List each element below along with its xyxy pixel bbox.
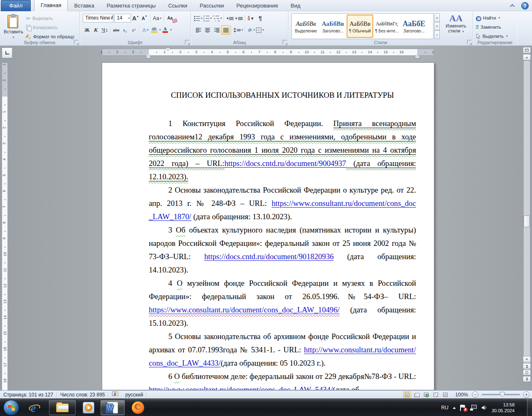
paragraph-dialog-launcher[interactable] xyxy=(283,40,287,44)
clear-formatting-button[interactable]: Аа xyxy=(165,14,174,22)
style-item-emphasis[interactable]: АаБбВвВыделение xyxy=(293,15,319,38)
scrollbar-track[interactable] xyxy=(524,61,530,371)
change-styles-button[interactable]: АА Изменить стили ▾ xyxy=(443,13,469,40)
ribbon-tab-page-layout[interactable]: Разметка страницы xyxy=(101,0,162,11)
zoom-slider[interactable] xyxy=(482,394,520,395)
ribbon-tab-references[interactable]: Ссылки xyxy=(162,0,194,11)
draft-view-button[interactable] xyxy=(441,391,449,398)
styles-scroll-down-button[interactable]: ▼ xyxy=(434,22,440,31)
select-button[interactable]: Выделить▾ xyxy=(475,32,509,41)
cut-button[interactable]: ✂ Вырезать xyxy=(25,14,76,23)
zoom-level-button[interactable]: 100% xyxy=(455,392,468,398)
ribbon-tab-review[interactable]: Рецензирование xyxy=(230,0,284,11)
show-hidden-icons-button[interactable] xyxy=(453,407,456,409)
taskbar-media-player-button[interactable] xyxy=(79,400,98,415)
font-size-combobox[interactable]: 14▾ xyxy=(114,14,131,22)
shading-button[interactable]: ▾ xyxy=(246,25,256,35)
ribbon-tab-insert[interactable]: Вставка xyxy=(68,0,100,11)
language-bar[interactable]: RU xyxy=(441,405,448,411)
borders-button[interactable]: ▾ xyxy=(256,25,265,35)
increase-indent-button[interactable] xyxy=(234,14,244,23)
minimize-ribbon-button[interactable] xyxy=(509,2,517,10)
strikethrough-button[interactable]: abe xyxy=(112,25,121,34)
full-screen-reading-button[interactable] xyxy=(413,391,421,398)
taskbar-firefox-button[interactable] xyxy=(127,400,149,415)
start-button[interactable] xyxy=(3,400,19,416)
horizontal-ruler[interactable]: 123456789101112131415163211 xyxy=(102,49,434,56)
grow-font-button[interactable]: А▲ xyxy=(131,14,140,22)
sort-button[interactable]: АЯ▼ xyxy=(246,14,256,23)
scrollbar-thumb[interactable] xyxy=(524,215,530,227)
hyperlink[interactable]: https://docs.cntd.ru/document/9004937 xyxy=(224,159,346,168)
numbering-button[interactable]: 123▾ xyxy=(203,14,212,23)
zoom-slider-handle[interactable] xyxy=(500,392,505,397)
style-item-heading1[interactable]: АаБбВвЗаголово... xyxy=(320,15,346,38)
volume-icon[interactable] xyxy=(481,404,488,411)
ribbon-tab-view[interactable]: Вид xyxy=(284,0,307,11)
print-layout-view-button[interactable] xyxy=(403,391,411,398)
ribbon-tab-mailings[interactable]: Рассылки xyxy=(194,0,230,11)
next-page-button[interactable] xyxy=(523,376,531,382)
clipboard-dialog-launcher[interactable] xyxy=(74,40,78,44)
italic-button[interactable]: К xyxy=(91,25,100,34)
language-indicator[interactable]: русский xyxy=(122,392,146,398)
select-browse-object-button[interactable] xyxy=(523,370,531,375)
vertical-ruler[interactable]: 12345678910111213141516171821 xyxy=(2,62,8,390)
ribbon-tab-home[interactable]: Главная xyxy=(34,0,68,11)
bullets-button[interactable]: ▾ xyxy=(194,14,203,23)
word-count-indicator[interactable]: Число слов: 23 895 xyxy=(57,392,108,398)
show-desktop-button[interactable] xyxy=(527,399,532,416)
font-name-combobox[interactable]: Times New Rc▾ xyxy=(83,14,113,22)
hyperlink[interactable]: http://www.consultant.ru/document/cons_d… xyxy=(149,385,333,390)
taskbar-clock[interactable]: 13:58 30.05.2024 xyxy=(492,402,515,414)
tab-stop-selector[interactable] xyxy=(2,47,12,58)
outline-view-button[interactable] xyxy=(432,391,440,398)
superscript-button[interactable]: x² xyxy=(129,25,138,34)
subscript-button[interactable]: x₂ xyxy=(121,25,129,34)
taskbar-word-button[interactable]: W xyxy=(101,400,125,415)
text-effects-button[interactable]: А▾ xyxy=(141,25,150,34)
help-button[interactable]: ? xyxy=(521,2,529,10)
previous-page-button[interactable] xyxy=(523,363,531,369)
style-item-normal[interactable]: АаБбВв¶ Обычный xyxy=(347,15,373,38)
find-button[interactable]: Найти▾ xyxy=(475,13,509,22)
scroll-down-button[interactable]: ▼ xyxy=(523,356,531,362)
hyperlink[interactable]: https://docs.cntd.ru/document/901820936 xyxy=(204,252,333,261)
proofing-errors-indicator[interactable]: ✗ xyxy=(108,391,122,398)
align-right-button[interactable] xyxy=(212,25,221,35)
copy-button[interactable]: Копировать xyxy=(25,23,76,32)
decrease-indent-button[interactable] xyxy=(225,14,234,23)
styles-gallery-expand-button[interactable]: ≡ xyxy=(434,30,440,39)
font-dialog-launcher[interactable] xyxy=(185,40,189,44)
ribbon-tab-file[interactable]: Файл xyxy=(1,0,31,11)
align-left-button[interactable] xyxy=(194,25,203,35)
replace-button[interactable]: abac Заменить xyxy=(475,22,509,32)
change-case-button[interactable]: Аа▾ xyxy=(152,14,163,22)
action-center-icon[interactable]: ✗ xyxy=(460,405,466,411)
styles-dialog-launcher[interactable] xyxy=(467,40,471,44)
multilevel-list-button[interactable]: 1аi▾ xyxy=(212,14,223,23)
ruler-toggle-button[interactable] xyxy=(523,47,531,53)
taskbar-explorer-button[interactable] xyxy=(49,400,76,415)
shrink-font-button[interactable]: А▼ xyxy=(140,14,149,22)
style-item-heading2[interactable]: АаБбЕЗаголово... xyxy=(401,15,427,38)
network-icon[interactable] xyxy=(470,405,477,411)
hyperlink[interactable]: https://www.consultant.ru/document/cons_… xyxy=(149,305,340,314)
align-center-button[interactable] xyxy=(203,25,212,35)
web-layout-button[interactable] xyxy=(422,391,430,398)
taskbar-internet-explorer-button[interactable]: e xyxy=(26,400,44,415)
page-number-indicator[interactable]: Страница: 101 из 127 xyxy=(0,392,57,398)
zoom-out-button[interactable]: − xyxy=(472,391,478,398)
underline-button[interactable]: Ч▾ xyxy=(100,25,109,34)
style-item-no-spacing[interactable]: АаБбВвГг,¶ Без инте... xyxy=(374,15,400,38)
styles-scroll-up-button[interactable]: ▲ xyxy=(434,13,440,22)
paste-button[interactable]: Вставить ▾ xyxy=(3,13,22,43)
font-color-button[interactable]: А xyxy=(161,25,170,34)
text-highlight-button[interactable]: ab xyxy=(150,25,158,34)
bold-button[interactable]: Ж xyxy=(83,25,91,34)
line-spacing-button[interactable]: ▾ xyxy=(233,25,244,35)
scroll-up-button[interactable]: ▲ xyxy=(523,54,531,60)
show-formatting-marks-button[interactable]: ¶ xyxy=(256,14,265,23)
zoom-in-button[interactable]: + xyxy=(523,391,530,398)
document-page[interactable]: СПИСОК ИСПОЛЬЗОВАННЫХ ИСТОЧНИКОВ И ЛИТЕР… xyxy=(102,62,434,390)
